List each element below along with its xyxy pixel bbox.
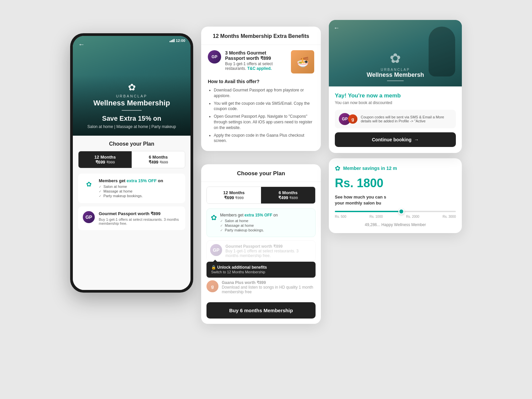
right-column: ← ✿ URBANCLAP Wellness Membersh Yay! You… xyxy=(329,20,462,233)
pg-icons: GP g xyxy=(339,113,357,125)
right-hero: ← ✿ URBANCLAP Wellness Membersh xyxy=(329,20,462,86)
benefit2-name: Gourmet Passport worth ₹899 xyxy=(99,211,181,216)
extra-15-label: extra 15% OFF xyxy=(127,178,157,183)
plan2-tab1-months: 12 Months xyxy=(210,190,258,195)
brand-title: Wellness Membership xyxy=(79,99,184,107)
steps-list: Download Gourmet Passport app from plays… xyxy=(208,87,314,144)
choose-plan-panel: Choose your Plan 12 Months ₹699 ₹999 6 M… xyxy=(201,164,321,324)
right-panel-savings: ✿ Member savings in 12 m Rs. 1800 See ho… xyxy=(329,158,462,233)
tab1-months: 12 Months xyxy=(82,155,128,160)
step1: Download Gourmet Passport app from plays… xyxy=(214,87,314,99)
benefit1-content: Members get extra 15% OFF on Salon at ho… xyxy=(99,178,163,199)
benefit2-content: Gourmet Passport worth ₹899 Buy 1-get-1 … xyxy=(99,211,181,225)
passport-row-title: 3 Months Gourmet Passport worth ₹899 xyxy=(225,50,287,61)
passport-g-row: GP g Coupon codes will be sent via SMS &… xyxy=(335,110,456,128)
save-text: Save Extra 15% on xyxy=(79,115,184,122)
person-silhouette xyxy=(429,27,455,76)
bar3 xyxy=(172,40,173,42)
right-hero-content: ✿ URBANCLAP Wellness Membersh xyxy=(367,51,424,81)
slider-labels: Rs. 500 Rs. 1000 Rs. 2000 Rs. 3000 xyxy=(335,215,456,218)
bar4 xyxy=(174,39,175,42)
m-item2: Massage at home xyxy=(220,223,278,227)
plan2-tab-6[interactable]: 6 Months ₹499 ₹699 xyxy=(261,187,315,203)
slider-fill xyxy=(335,211,401,212)
benefit1-list: Salon at home Massage at home Party make… xyxy=(99,185,163,198)
members-benefit-label: Members get extra 15% OFF on xyxy=(220,213,278,217)
benefit2-card-members: ✿ Members get extra 15% OFF on Salon at … xyxy=(206,208,316,237)
tc-link[interactable]: T&C applied. xyxy=(247,66,272,71)
savings-amount: Rs. 1800 xyxy=(335,176,456,190)
plan2-title: Choose your Plan xyxy=(208,170,314,177)
plan-title: Choose your Plan xyxy=(78,141,185,147)
continue-booking-button[interactable]: Continue booking → xyxy=(335,132,456,147)
tab2-months: 6 Months xyxy=(135,155,182,160)
right-divider xyxy=(387,80,404,81)
unlock-label: Unlock additional benefits xyxy=(217,265,267,270)
benefit1-item2: Massage at home xyxy=(99,189,163,193)
lotus2-icon: ✿ xyxy=(211,213,217,222)
unlock-sub: Switch to 12 Months Membership xyxy=(211,270,265,274)
arrow-right-icon: → xyxy=(414,137,419,142)
pg-text: Coupon codes will be sent via SMS & Emai… xyxy=(361,115,452,123)
buy-6months-button[interactable]: Buy 6 months Membership xyxy=(206,302,316,319)
gaana-icon: g xyxy=(206,280,218,292)
tab2-price: ₹499 ₹699 xyxy=(135,160,182,165)
tab1-price: ₹699 ₹999 xyxy=(82,160,128,165)
plan2-body: ✿ Members get extra 15% OFF on Salon at … xyxy=(201,204,321,302)
passport-row-icon: GP xyxy=(208,50,221,64)
benefit1-item3: Party makeup bookings. xyxy=(99,194,163,198)
right-body: Yay! You're now a memb You can now book … xyxy=(329,86,462,153)
passport-grayed-desc: Buy 1-get-1 offers at select restaurants… xyxy=(225,249,312,258)
bar2 xyxy=(171,40,172,42)
right-panel-success: ← ✿ URBANCLAP Wellness Membersh Yay! You… xyxy=(329,20,462,153)
passport-row-desc: Buy 1-get-1 offers at select restaurants… xyxy=(225,62,287,71)
food-image: 🍜 xyxy=(291,50,314,73)
save-subtext: Salon at home | Massage at home | Party … xyxy=(79,124,184,129)
plan2-tab1-price: ₹699 ₹999 xyxy=(210,195,258,200)
right-back-btn[interactable]: ← xyxy=(333,25,339,32)
yay-desc: You can now book at discounted xyxy=(335,100,456,105)
passport-icon2: GP xyxy=(210,244,222,256)
step2: You will get the coupon code via SMS/Ema… xyxy=(214,101,314,112)
bar1 xyxy=(170,41,171,42)
benefit1-icon: ✿ xyxy=(83,178,95,190)
status-bar: 12:00 xyxy=(170,39,185,43)
happy-members-text: 49,286... Happy Wellness Member xyxy=(335,222,456,227)
phone-1: 12:00 ← ✿ URBANCLAP Wellness Membership … xyxy=(70,33,193,293)
gaana-title: Gaana Plus worth ₹899 xyxy=(222,280,316,285)
phone-hero: 12:00 ← ✿ URBANCLAP Wellness Membership … xyxy=(73,36,191,136)
passport-grayed-title: Gourmet Passport worth ₹899 xyxy=(225,244,312,249)
plan-tabs: 12 Months ₹699 ₹999 6 Months ₹499 ₹699 xyxy=(78,151,185,168)
lotus-icon: ✿ xyxy=(79,82,184,93)
time-display: 12:00 xyxy=(176,39,185,43)
slider-label-4: Rs. 3000 xyxy=(443,215,456,218)
brand-label: URBANCLAP xyxy=(79,94,184,98)
m-item3: Party makeup bookings. xyxy=(220,228,278,232)
how-to-title: How to Avail this offer? xyxy=(208,79,314,84)
tab-12-months[interactable]: 12 Months ₹699 ₹999 xyxy=(78,151,132,168)
tab-6-months[interactable]: 6 Months ₹499 ₹699 xyxy=(132,151,185,168)
passport-icon: GP xyxy=(83,211,95,223)
benefit1-item1: Salon at home xyxy=(99,185,163,189)
benefit-card-1: ✿ Members get extra 15% OFF on Salon at … xyxy=(78,174,185,203)
lock-icon: 🔒 xyxy=(211,265,217,270)
passport-grayed-content: Gourmet Passport worth ₹899 Buy 1-get-1 … xyxy=(225,244,312,258)
savings-lotus-icon: ✿ xyxy=(335,164,340,172)
slider-label-2: Rs. 1000 xyxy=(369,215,383,218)
back-button-phone1[interactable]: ← xyxy=(78,41,85,48)
passport-row-content: 3 Months Gourmet Passport worth ₹899 Buy… xyxy=(225,50,287,71)
right-lotus-icon: ✿ xyxy=(367,51,424,66)
savings-desc: See how much you can s your monthly salo… xyxy=(335,194,456,206)
savings-header: ✿ Member savings in 12 m xyxy=(335,164,456,172)
brand-divider xyxy=(122,110,142,111)
unlock-tooltip[interactable]: 🔒 Unlock additional benefits Switch to 1… xyxy=(206,262,316,278)
savings-title: Member savings in 12 m xyxy=(343,166,397,171)
plan2-tab2-price: ₹499 ₹699 xyxy=(264,195,312,200)
plan2-tab-12[interactable]: 12 Months ₹699 ₹999 xyxy=(207,187,261,203)
slider-thumb[interactable] xyxy=(398,208,404,214)
pg-g-icon: g xyxy=(348,114,357,124)
extra2-label: extra 15% OFF xyxy=(244,213,272,217)
m-item1: Salon at home xyxy=(220,219,278,223)
right-brand-title: Wellness Membersh xyxy=(367,71,424,78)
slider-label-3: Rs. 2000 xyxy=(406,215,419,218)
